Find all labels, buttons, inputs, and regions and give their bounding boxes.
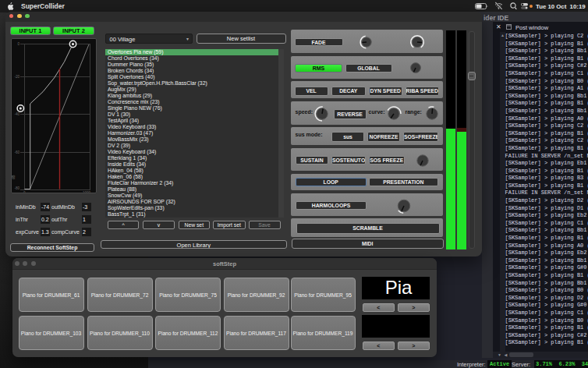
svg-text:dB: dB <box>12 175 16 179</box>
svg-text:-20: -20 <box>14 75 19 79</box>
svg-text:0: 0 <box>17 42 19 46</box>
svg-text:-80: -80 <box>14 186 19 190</box>
svg-text:0: 0 <box>23 191 26 193</box>
svg-text:1000: 1000 <box>83 191 91 193</box>
svg-text:-40: -40 <box>14 112 19 116</box>
svg-text:-60: -60 <box>14 150 19 154</box>
